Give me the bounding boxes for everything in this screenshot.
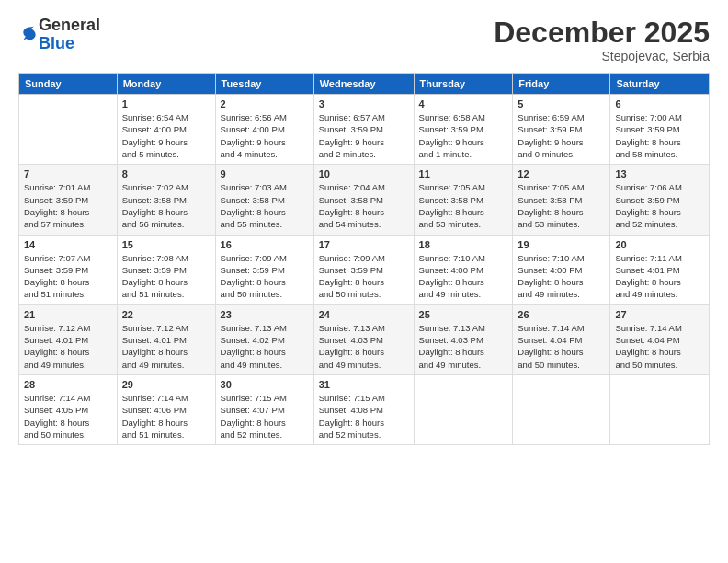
table-row: 30Sunrise: 7:15 AMSunset: 4:07 PMDayligh… [215, 374, 313, 444]
day-number: 6 [615, 98, 704, 109]
day-number: 12 [518, 168, 605, 179]
table-row: 20Sunrise: 7:11 AMSunset: 4:01 PMDayligh… [610, 235, 710, 304]
day-info: Sunrise: 7:10 AMSunset: 4:00 PMDaylight:… [518, 252, 605, 301]
table-row: 6Sunrise: 7:00 AMSunset: 3:59 PMDaylight… [610, 95, 710, 165]
calendar-week-row: 7Sunrise: 7:01 AMSunset: 3:59 PMDaylight… [19, 165, 710, 235]
day-number: 23 [221, 309, 309, 320]
logo-blue-label: Blue [39, 35, 100, 53]
day-number: 24 [319, 309, 409, 320]
day-number: 4 [419, 98, 508, 109]
table-row [414, 374, 513, 444]
day-info: Sunrise: 7:00 AMSunset: 3:59 PMDaylight:… [615, 111, 704, 160]
table-row: 8Sunrise: 7:02 AMSunset: 3:58 PMDaylight… [117, 165, 215, 235]
table-row: 19Sunrise: 7:10 AMSunset: 4:00 PMDayligh… [513, 235, 610, 304]
col-monday: Monday [117, 74, 215, 95]
location-subtitle: Stepojevac, Serbia [494, 49, 710, 63]
day-info: Sunrise: 7:13 AMSunset: 4:02 PMDaylight:… [221, 322, 309, 371]
day-info: Sunrise: 7:15 AMSunset: 4:07 PMDaylight:… [221, 392, 309, 441]
table-row: 10Sunrise: 7:04 AMSunset: 3:58 PMDayligh… [313, 165, 414, 235]
day-number: 19 [518, 239, 605, 250]
day-info: Sunrise: 7:06 AMSunset: 3:59 PMDaylight:… [615, 181, 704, 230]
table-row: 2Sunrise: 6:56 AMSunset: 4:00 PMDaylight… [215, 95, 313, 165]
day-number: 28 [24, 379, 112, 390]
page: General Blue December 2025 Stepojevac, S… [0, 0, 728, 563]
day-info: Sunrise: 7:08 AMSunset: 3:59 PMDaylight:… [122, 252, 210, 301]
day-number: 1 [122, 98, 210, 109]
table-row: 13Sunrise: 7:06 AMSunset: 3:59 PMDayligh… [610, 165, 710, 235]
calendar-header-row: Sunday Monday Tuesday Wednesday Thursday… [19, 74, 710, 95]
day-number: 7 [24, 168, 112, 179]
day-number: 26 [518, 309, 605, 320]
day-info: Sunrise: 6:56 AMSunset: 4:00 PMDaylight:… [221, 111, 309, 160]
title-block: December 2025 Stepojevac, Serbia [494, 17, 710, 63]
day-number: 20 [615, 239, 704, 250]
day-info: Sunrise: 7:13 AMSunset: 4:03 PMDaylight:… [319, 322, 409, 371]
table-row: 29Sunrise: 7:14 AMSunset: 4:06 PMDayligh… [117, 374, 215, 444]
table-row: 21Sunrise: 7:12 AMSunset: 4:01 PMDayligh… [19, 304, 118, 374]
day-info: Sunrise: 7:03 AMSunset: 3:58 PMDaylight:… [221, 181, 309, 230]
table-row: 4Sunrise: 6:58 AMSunset: 3:59 PMDaylight… [414, 95, 513, 165]
table-row: 22Sunrise: 7:12 AMSunset: 4:01 PMDayligh… [117, 304, 215, 374]
table-row [513, 374, 610, 444]
day-info: Sunrise: 7:09 AMSunset: 3:59 PMDaylight:… [319, 252, 409, 301]
table-row: 24Sunrise: 7:13 AMSunset: 4:03 PMDayligh… [313, 304, 414, 374]
day-info: Sunrise: 7:12 AMSunset: 4:01 PMDaylight:… [122, 322, 210, 371]
day-info: Sunrise: 6:54 AMSunset: 4:00 PMDaylight:… [122, 111, 210, 160]
day-info: Sunrise: 7:14 AMSunset: 4:04 PMDaylight:… [615, 322, 704, 371]
table-row [610, 374, 710, 444]
calendar-week-row: 1Sunrise: 6:54 AMSunset: 4:00 PMDaylight… [19, 95, 710, 165]
logo: General Blue [18, 17, 100, 53]
header: General Blue December 2025 Stepojevac, S… [18, 17, 710, 63]
table-row: 3Sunrise: 6:57 AMSunset: 3:59 PMDaylight… [313, 95, 414, 165]
day-number: 21 [24, 309, 112, 320]
col-sunday: Sunday [19, 74, 118, 95]
calendar-week-row: 21Sunrise: 7:12 AMSunset: 4:01 PMDayligh… [19, 304, 710, 374]
day-number: 2 [221, 98, 309, 109]
table-row: 18Sunrise: 7:10 AMSunset: 4:00 PMDayligh… [414, 235, 513, 304]
day-info: Sunrise: 7:10 AMSunset: 4:00 PMDaylight:… [419, 252, 508, 301]
day-number: 11 [419, 168, 508, 179]
day-info: Sunrise: 6:59 AMSunset: 3:59 PMDaylight:… [518, 111, 605, 160]
day-info: Sunrise: 7:14 AMSunset: 4:05 PMDaylight:… [24, 392, 112, 441]
table-row: 26Sunrise: 7:14 AMSunset: 4:04 PMDayligh… [513, 304, 610, 374]
calendar-week-row: 14Sunrise: 7:07 AMSunset: 3:59 PMDayligh… [19, 235, 710, 304]
day-info: Sunrise: 7:14 AMSunset: 4:06 PMDaylight:… [122, 392, 210, 441]
col-saturday: Saturday [610, 74, 710, 95]
col-thursday: Thursday [414, 74, 513, 95]
table-row: 1Sunrise: 6:54 AMSunset: 4:00 PMDaylight… [117, 95, 215, 165]
day-info: Sunrise: 7:13 AMSunset: 4:03 PMDaylight:… [419, 322, 508, 371]
calendar-week-row: 28Sunrise: 7:14 AMSunset: 4:05 PMDayligh… [19, 374, 710, 444]
table-row: 25Sunrise: 7:13 AMSunset: 4:03 PMDayligh… [414, 304, 513, 374]
day-info: Sunrise: 7:05 AMSunset: 3:58 PMDaylight:… [518, 181, 605, 230]
day-number: 5 [518, 98, 605, 109]
table-row: 14Sunrise: 7:07 AMSunset: 3:59 PMDayligh… [19, 235, 118, 304]
table-row: 27Sunrise: 7:14 AMSunset: 4:04 PMDayligh… [610, 304, 710, 374]
day-number: 30 [221, 379, 309, 390]
col-wednesday: Wednesday [313, 74, 414, 95]
table-row: 17Sunrise: 7:09 AMSunset: 3:59 PMDayligh… [313, 235, 414, 304]
day-number: 18 [419, 239, 508, 250]
table-row: 31Sunrise: 7:15 AMSunset: 4:08 PMDayligh… [313, 374, 414, 444]
day-info: Sunrise: 7:11 AMSunset: 4:01 PMDaylight:… [615, 252, 704, 301]
day-number: 15 [122, 239, 210, 250]
day-number: 8 [122, 168, 210, 179]
day-number: 16 [221, 239, 309, 250]
day-number: 13 [615, 168, 704, 179]
logo-general-label: General [39, 17, 100, 35]
day-info: Sunrise: 7:12 AMSunset: 4:01 PMDaylight:… [24, 322, 112, 371]
day-number: 17 [319, 239, 409, 250]
table-row: 16Sunrise: 7:09 AMSunset: 3:59 PMDayligh… [215, 235, 313, 304]
day-number: 27 [615, 309, 704, 320]
table-row: 5Sunrise: 6:59 AMSunset: 3:59 PMDaylight… [513, 95, 610, 165]
day-info: Sunrise: 7:09 AMSunset: 3:59 PMDaylight:… [221, 252, 309, 301]
table-row: 15Sunrise: 7:08 AMSunset: 3:59 PMDayligh… [117, 235, 215, 304]
month-title: December 2025 [494, 17, 710, 49]
day-number: 9 [221, 168, 309, 179]
day-number: 31 [319, 379, 409, 390]
logo-text: General Blue [39, 17, 100, 53]
logo-bird-icon [20, 25, 39, 43]
day-number: 10 [319, 168, 409, 179]
day-info: Sunrise: 7:02 AMSunset: 3:58 PMDaylight:… [122, 181, 210, 230]
calendar-table: Sunday Monday Tuesday Wednesday Thursday… [18, 73, 710, 445]
day-number: 29 [122, 379, 210, 390]
